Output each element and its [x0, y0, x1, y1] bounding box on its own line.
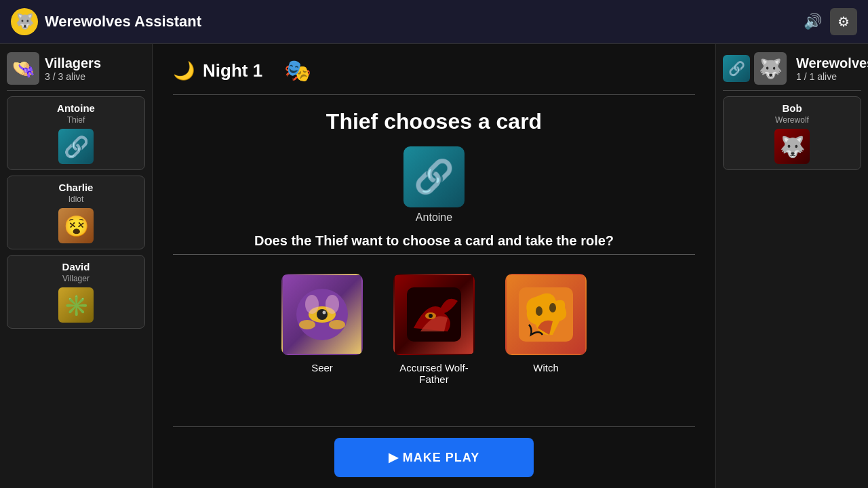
- player-role-bob: Werewolf: [729, 115, 855, 125]
- header: 🐺 Werewolves Assistant 🔊 ⚙: [0, 0, 868, 44]
- witch-label: Witch: [533, 362, 559, 373]
- svg-point-13: [549, 303, 556, 312]
- seer-card[interactable]: [281, 274, 363, 355]
- active-player-card: 🔗: [403, 146, 465, 207]
- svg-point-4: [299, 320, 315, 329]
- player-name-bob: Bob: [729, 102, 855, 114]
- svg-point-5: [329, 320, 345, 329]
- sidebar-werewolves: 🔗 🐺 Werewolves 1 / 1 alive Bob Werewolf …: [715, 44, 868, 488]
- header-right: 🔊 ⚙: [804, 8, 857, 35]
- sound-button[interactable]: 🔊: [804, 13, 822, 30]
- moon-icon: 🌙: [173, 60, 195, 81]
- active-player-name: Antoine: [416, 211, 452, 224]
- player-name-charlie: Charlie: [13, 182, 139, 193]
- app-title: Werewolves Assistant: [45, 13, 201, 30]
- svg-point-12: [536, 306, 542, 316]
- card-choices: Seer Accursed Wolf-Father: [281, 274, 587, 385]
- sidebar-villagers: 👒 Villagers 3 / 3 alive Antoine Thief 🔗 …: [0, 44, 153, 488]
- player-card-img-bob: 🐺: [774, 129, 810, 164]
- header-left: 🐺 Werewolves Assistant: [11, 8, 201, 35]
- player-role-antoine: Thief: [13, 115, 139, 125]
- choice-accursed[interactable]: Accursed Wolf-Father: [390, 274, 478, 385]
- player-card-bob[interactable]: Bob Werewolf 🐺: [723, 96, 861, 170]
- player-card-img-charlie: 😵: [58, 208, 94, 243]
- villagers-team-name: Villagers: [45, 56, 101, 71]
- villagers-avatar: 👒: [7, 52, 39, 85]
- sound-icon: 🔊: [804, 13, 822, 30]
- action-title: Thief chooses a card: [326, 108, 542, 134]
- settings-icon: ⚙: [837, 14, 850, 30]
- villagers-team-header: 👒 Villagers 3 / 3 alive: [7, 52, 145, 85]
- accursed-label: Accursed Wolf-Father: [390, 362, 478, 385]
- witch-card[interactable]: [505, 274, 587, 355]
- bottom-bar: ▶ MAKE PLAY: [173, 426, 695, 488]
- svg-point-3: [323, 311, 326, 314]
- player-card-david[interactable]: David Villager ✳️: [7, 255, 145, 329]
- werewolves-divider: [723, 90, 861, 91]
- action-question: Does the Thief want to choose a card and…: [254, 233, 614, 249]
- question-divider: [173, 254, 695, 255]
- active-player-card-icon: 🔗: [414, 158, 454, 196]
- villagers-divider: [7, 90, 145, 91]
- mask-icon: 🎭: [284, 58, 311, 83]
- make-play-button[interactable]: ▶ MAKE PLAY: [334, 438, 534, 477]
- villagers-team-info: Villagers 3 / 3 alive: [45, 56, 101, 82]
- svg-point-7: [326, 295, 339, 314]
- player-card-charlie[interactable]: Charlie Idiot 😵: [7, 176, 145, 249]
- night-label: Night 1: [203, 60, 262, 81]
- logo-icon: 🐺: [16, 13, 34, 30]
- villagers-team-count: 3 / 3 alive: [45, 71, 101, 82]
- player-name-david: David: [13, 261, 139, 272]
- app-logo: 🐺: [11, 8, 38, 35]
- svg-point-2: [317, 309, 328, 320]
- choice-witch[interactable]: Witch: [505, 274, 587, 385]
- player-name-antoine: Antoine: [13, 102, 139, 114]
- player-role-david: Villager: [13, 274, 139, 283]
- player-card-img-david: ✳️: [58, 287, 94, 323]
- svg-point-6: [305, 295, 319, 314]
- active-player-display: 🔗 Antoine: [403, 146, 465, 224]
- settings-button[interactable]: ⚙: [830, 8, 857, 35]
- svg-point-10: [429, 314, 433, 318]
- seer-label: Seer: [311, 362, 333, 373]
- choice-seer[interactable]: Seer: [281, 274, 363, 385]
- accursed-card[interactable]: [393, 274, 475, 355]
- player-card-img-antoine: 🔗: [58, 129, 94, 164]
- player-card-antoine[interactable]: Antoine Thief 🔗: [7, 96, 145, 170]
- player-role-charlie: Idiot: [13, 195, 139, 204]
- main-layout: 👒 Villagers 3 / 3 alive Antoine Thief 🔗 …: [0, 44, 868, 488]
- center-panel: 🌙 Night 1 🎭 Thief chooses a card 🔗 Antoi…: [153, 44, 715, 488]
- night-bar: 🌙 Night 1 🎭: [173, 44, 695, 95]
- werewolves-team-header: 🔗 🐺 Werewolves 1 / 1 alive: [723, 52, 861, 85]
